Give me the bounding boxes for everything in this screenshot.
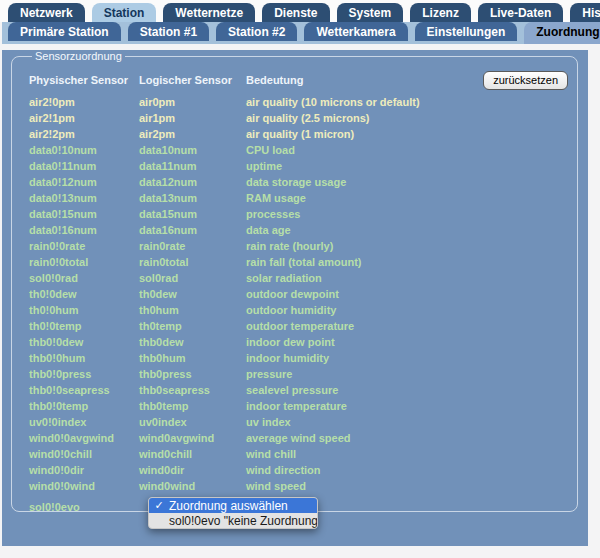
sensor-row: th0!0humth0humoutdoor humidity bbox=[29, 302, 577, 318]
tab-zuordnung[interactable]: Zuordnung bbox=[524, 22, 600, 44]
tab-historie[interactable]: Historie bbox=[570, 3, 600, 22]
meaning-cell: average wind speed bbox=[246, 430, 577, 446]
meaning-cell: uv index bbox=[246, 414, 577, 430]
physical-cell: thb0!0press bbox=[29, 366, 139, 382]
dropdown-option-sol0-0evo-keine-zuordnung[interactable]: sol0!0evo "keine Zuordnung" bbox=[149, 513, 317, 528]
tab-einstellungen[interactable]: Einstellungen bbox=[415, 22, 518, 41]
physical-cell: wind0!0wind bbox=[29, 478, 139, 494]
meaning-cell: air quality (2.5 microns) bbox=[246, 110, 577, 126]
logical-cell: air1pm bbox=[139, 110, 246, 126]
logical-cell: air0pm bbox=[139, 94, 246, 110]
physical-cell: th0!0hum bbox=[29, 302, 139, 318]
meaning-cell: air quality (10 microns or default) bbox=[246, 94, 577, 110]
physical-cell: th0!0temp bbox=[29, 318, 139, 334]
meaning-cell: uptime bbox=[246, 158, 577, 174]
tab-station-1[interactable]: Station #1 bbox=[128, 22, 209, 41]
physical-cell: data0!15num bbox=[29, 206, 139, 222]
physical-cell: air2!2pm bbox=[29, 126, 139, 142]
tab-live-daten[interactable]: Live-Daten bbox=[478, 3, 563, 22]
physical-cell: data0!13num bbox=[29, 190, 139, 206]
sensor-row: data0!16numdata16numdata age bbox=[29, 222, 577, 238]
physical-cell: th0!0dew bbox=[29, 286, 139, 302]
physical-cell: rain0!0rate bbox=[29, 238, 139, 254]
logical-cell: wind0dir bbox=[139, 462, 246, 478]
meaning-cell: rain rate (hourly) bbox=[246, 238, 577, 254]
meaning-cell: RAM usage bbox=[246, 190, 577, 206]
tab-netzwerk[interactable]: Netzwerk bbox=[8, 3, 85, 22]
reset-button[interactable]: zurücksetzen bbox=[483, 71, 568, 90]
tab-station-2[interactable]: Station #2 bbox=[216, 22, 297, 41]
tab-station[interactable]: Station bbox=[92, 3, 157, 22]
sensor-row: thb0!0humthb0humindoor humidity bbox=[29, 350, 577, 366]
meaning-cell: rain fall (total amount) bbox=[246, 254, 577, 270]
physical-cell: wind0!0chill bbox=[29, 446, 139, 462]
primary-tab-bar: NetzwerkStationWetternetzeDiensteSystemL… bbox=[0, 0, 600, 22]
logical-cell: data13num bbox=[139, 190, 246, 206]
meaning-cell: indoor dew point bbox=[246, 334, 577, 350]
sensor-row: wind0!0dirwind0dirwind direction bbox=[29, 462, 577, 478]
meaning-cell: CPU load bbox=[246, 142, 577, 158]
dropdown-option-label: Zuordnung auswählen bbox=[169, 499, 288, 513]
tab-wetternetze[interactable]: Wetternetze bbox=[163, 3, 255, 22]
column-header-logical: Logischer Sensor bbox=[139, 74, 246, 94]
logical-cell: data11num bbox=[139, 158, 246, 174]
logical-cell: uv0index bbox=[139, 414, 246, 430]
physical-cell: thb0!0temp bbox=[29, 398, 139, 414]
sensor-row: thb0!0dewthb0dewindoor dew point bbox=[29, 334, 577, 350]
sensor-row: wind0!0chillwind0chillwind chill bbox=[29, 446, 577, 462]
meaning-cell: outdoor humidity bbox=[246, 302, 577, 318]
meaning-cell: pressure bbox=[246, 366, 577, 382]
meaning-cell: data storage usage bbox=[246, 174, 577, 190]
sensor-row: data0!10numdata10numCPU load bbox=[29, 142, 577, 158]
sensor-row: rain0!0totalrain0totalrain fall (total a… bbox=[29, 254, 577, 270]
dropdown-option-zuordnung-ausw-hlen[interactable]: ✓Zuordnung auswählen bbox=[149, 498, 317, 513]
logical-cell: wind0avgwind bbox=[139, 430, 246, 446]
logical-cell: rain0rate bbox=[139, 238, 246, 254]
physical-cell: air2!0pm bbox=[29, 94, 139, 110]
meaning-cell: data age bbox=[246, 222, 577, 238]
meaning-cell: outdoor temperature bbox=[246, 318, 577, 334]
meaning-cell: processes bbox=[246, 206, 577, 222]
logical-cell: th0hum bbox=[139, 302, 246, 318]
logical-cell: data15num bbox=[139, 206, 246, 222]
physical-cell: thb0!0dew bbox=[29, 334, 139, 350]
mapping-dropdown-menu: ✓Zuordnung auswählensol0!0evo "keine Zuo… bbox=[148, 497, 318, 529]
fieldset-legend: Sensorzuordnung bbox=[32, 50, 125, 62]
sensor-row: air2!1pmair1pmair quality (2.5 microns) bbox=[29, 110, 577, 126]
tab-dienste[interactable]: Dienste bbox=[262, 3, 329, 22]
check-icon: ✓ bbox=[149, 499, 169, 512]
tab-wetterkamera[interactable]: Wetterkamera bbox=[304, 22, 407, 41]
logical-cell: data10num bbox=[139, 142, 246, 158]
meaning-cell: outdoor dewpoint bbox=[246, 286, 577, 302]
sensor-row: rain0!0raterain0raterain rate (hourly) bbox=[29, 238, 577, 254]
logical-cell: air2pm bbox=[139, 126, 246, 142]
meaning-cell: solar radiation bbox=[246, 270, 577, 286]
logical-cell: sol0rad bbox=[139, 270, 246, 286]
sensor-row: data0!15numdata15numprocesses bbox=[29, 206, 577, 222]
tab-system[interactable]: System bbox=[337, 3, 404, 22]
physical-sensor-cell: sol0!0evo bbox=[29, 499, 139, 517]
logical-cell: thb0seapress bbox=[139, 382, 246, 398]
tab-lizenz[interactable]: Lizenz bbox=[410, 3, 471, 22]
logical-cell: thb0hum bbox=[139, 350, 246, 366]
sensor-row: wind0!0windwind0windwind speed bbox=[29, 478, 577, 494]
sensor-row: thb0!0seapressthb0seapresssealevel press… bbox=[29, 382, 577, 398]
physical-cell: wind0!0dir bbox=[29, 462, 139, 478]
sensor-row: air2!2pmair2pmair quality (1 micron) bbox=[29, 126, 577, 142]
sensor-row: thb0!0tempthb0tempindoor temperature bbox=[29, 398, 577, 414]
logical-cell: wind0wind bbox=[139, 478, 246, 494]
meaning-cell: indoor temperature bbox=[246, 398, 577, 414]
physical-cell: air2!1pm bbox=[29, 110, 139, 126]
column-header-physical: Physischer Sensor bbox=[29, 74, 139, 94]
meaning-cell: air quality (1 micron) bbox=[246, 126, 577, 142]
physical-cell: sol0!0rad bbox=[29, 270, 139, 286]
physical-cell: data0!16num bbox=[29, 222, 139, 238]
content-panel: Sensorzuordnung zurücksetzen Physischer … bbox=[2, 50, 588, 546]
tab-prim-re-station[interactable]: Primäre Station bbox=[8, 22, 121, 41]
logical-cell: data12num bbox=[139, 174, 246, 190]
sensor-mapping-fieldset: Sensorzuordnung zurücksetzen Physischer … bbox=[11, 50, 578, 512]
meaning-cell: wind chill bbox=[246, 446, 577, 462]
meaning-cell: wind direction bbox=[246, 462, 577, 478]
sensor-row: data0!13numdata13numRAM usage bbox=[29, 190, 577, 206]
dropdown-option-label: sol0!0evo "keine Zuordnung" bbox=[169, 514, 318, 528]
